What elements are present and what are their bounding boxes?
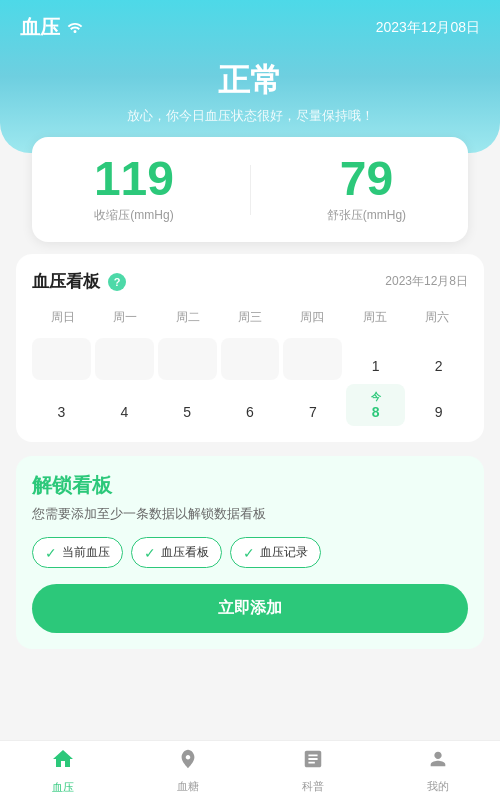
calendar-days: 1 2 3 4 5 6: [32, 338, 468, 426]
status-section: 正常 放心，你今日血压状态很好，尽量保持哦！: [0, 49, 500, 139]
nav-item-blood-sugar[interactable]: 血糖: [125, 741, 250, 800]
calendar-day-empty4: [221, 338, 280, 380]
diastolic-value: 79: [327, 155, 406, 203]
status-label: 正常: [20, 59, 480, 103]
nav-label-mine: 我的: [427, 779, 449, 794]
calendar-day-empty3: [158, 338, 217, 380]
weekday-tue: 周二: [157, 305, 219, 330]
header: 血压 2023年12月08日 正常 放心，你今日血压状态很好，尽量保持哦！: [0, 0, 500, 153]
dashboard-section: 血压看板 ? 2023年12月8日 周日 周一 周二 周三 周四 周五 周六: [16, 254, 484, 442]
calendar-day-1[interactable]: 1: [346, 338, 405, 380]
dashboard-date: 2023年12月8日: [385, 273, 468, 290]
header-top: 血压 2023年12月08日: [0, 0, 500, 49]
day-number-5: 5: [183, 404, 191, 420]
day-number-7: 7: [309, 404, 317, 420]
check-icon-1: ✓: [45, 545, 57, 561]
day-number-2: 2: [435, 358, 443, 374]
blood-sugar-icon: [177, 748, 199, 776]
calendar-grid: 周日 周一 周二 周三 周四 周五 周六 1: [32, 305, 468, 426]
nav-label-bp: 血压: [52, 780, 74, 795]
calendar-day-4[interactable]: 4: [95, 384, 154, 426]
calendar-day-7[interactable]: 7: [283, 384, 342, 426]
header-date: 2023年12月08日: [376, 19, 480, 37]
diastolic-label: 舒张压(mmHg): [327, 207, 406, 224]
unlock-section: 解锁看板 您需要添加至少一条数据以解锁数据看板 ✓ 当前血压 ✓ 血压看板 ✓ …: [16, 456, 484, 649]
home-icon: [51, 747, 75, 777]
systolic-label: 收缩压(mmHg): [94, 207, 174, 224]
title-text: 血压: [20, 14, 60, 41]
calendar-weekdays: 周日 周一 周二 周三 周四 周五 周六: [32, 305, 468, 330]
weekday-sat: 周六: [406, 305, 468, 330]
calendar-day-5[interactable]: 5: [158, 384, 217, 426]
nav-label-blood-sugar: 血糖: [177, 779, 199, 794]
calendar-day-empty5: [283, 338, 342, 380]
dashboard-header: 血压看板 ? 2023年12月8日: [32, 270, 468, 293]
app-title: 血压: [20, 14, 84, 41]
tag-label-2: 血压看板: [161, 544, 209, 561]
calendar-day-empty2: [95, 338, 154, 380]
wifi-icon: [66, 19, 84, 36]
calendar-day-6[interactable]: 6: [221, 384, 280, 426]
tag-bp-record[interactable]: ✓ 血压记录: [230, 537, 321, 568]
tag-label-3: 血压记录: [260, 544, 308, 561]
add-button[interactable]: 立即添加: [32, 584, 468, 633]
science-icon: [302, 748, 324, 776]
bottom-nav: 血压 血糖 科普 我的: [0, 740, 500, 800]
nav-item-bp[interactable]: 血压: [0, 741, 125, 800]
calendar-day-empty1: [32, 338, 91, 380]
weekday-fri: 周五: [343, 305, 405, 330]
scroll-area[interactable]: 血压 2023年12月08日 正常 放心，你今日血压状态很好，尽量保持哦！ 11…: [0, 0, 500, 740]
check-icon-3: ✓: [243, 545, 255, 561]
unlock-title: 解锁看板: [32, 472, 468, 499]
weekday-wed: 周三: [219, 305, 281, 330]
day-number-6: 6: [246, 404, 254, 420]
day-number-3: 3: [58, 404, 66, 420]
dashboard-title: 血压看板: [32, 270, 100, 293]
systolic-value: 119: [94, 155, 174, 203]
help-badge[interactable]: ?: [108, 273, 126, 291]
day-number-1: 1: [372, 358, 380, 374]
bp-card: 119 收缩压(mmHg) 79 舒张压(mmHg): [32, 137, 468, 242]
day-number-9: 9: [435, 404, 443, 420]
bp-card-wrapper: 119 收缩压(mmHg) 79 舒张压(mmHg): [0, 137, 500, 242]
calendar-day-9[interactable]: 9: [409, 384, 468, 426]
tag-current-bp[interactable]: ✓ 当前血压: [32, 537, 123, 568]
dashboard-title-wrap: 血压看板 ?: [32, 270, 126, 293]
calendar-day-8-today[interactable]: 今 8: [346, 384, 405, 426]
weekday-thu: 周四: [281, 305, 343, 330]
unlock-tags: ✓ 当前血压 ✓ 血压看板 ✓ 血压记录: [32, 537, 468, 568]
day-number-8: 8: [372, 404, 380, 420]
bp-divider: [250, 165, 251, 215]
status-desc: 放心，你今日血压状态很好，尽量保持哦！: [20, 107, 480, 125]
calendar-day-2[interactable]: 2: [409, 338, 468, 380]
unlock-desc: 您需要添加至少一条数据以解锁数据看板: [32, 505, 468, 523]
tag-label-1: 当前血压: [62, 544, 110, 561]
nav-item-mine[interactable]: 我的: [375, 741, 500, 800]
nav-label-science: 科普: [302, 779, 324, 794]
today-label: 今: [371, 390, 381, 404]
day-number-4: 4: [120, 404, 128, 420]
main-content: 血压看板 ? 2023年12月8日 周日 周一 周二 周三 周四 周五 周六: [0, 242, 500, 675]
tag-bp-dashboard[interactable]: ✓ 血压看板: [131, 537, 222, 568]
nav-item-science[interactable]: 科普: [250, 741, 375, 800]
person-icon: [427, 748, 449, 776]
check-icon-2: ✓: [144, 545, 156, 561]
weekday-sun: 周日: [32, 305, 94, 330]
systolic-item: 119 收缩压(mmHg): [94, 155, 174, 224]
diastolic-item: 79 舒张压(mmHg): [327, 155, 406, 224]
calendar-day-3[interactable]: 3: [32, 384, 91, 426]
weekday-mon: 周一: [94, 305, 156, 330]
